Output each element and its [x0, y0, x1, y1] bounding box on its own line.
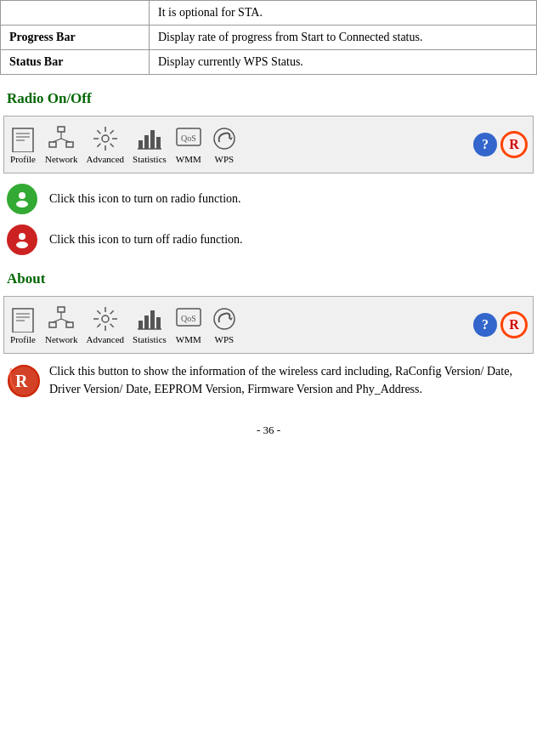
- progress-bar-desc: Display rate of progress from Start to C…: [150, 26, 537, 50]
- table-row: It is optional for STA.: [1, 1, 537, 26]
- svg-rect-36: [144, 315, 149, 329]
- help-icon-1[interactable]: ?: [473, 133, 497, 156]
- table-row: Status Bar Display currently WPS Status.: [1, 50, 537, 75]
- tab-wmm-label-1: WMM: [176, 154, 201, 164]
- table-cell-value: It is optional for STA.: [150, 1, 537, 26]
- toolbar-about: Profile Network Advanced Statistics: [3, 296, 534, 354]
- svg-rect-11: [138, 140, 143, 149]
- radio-on-icon[interactable]: R: [500, 131, 528, 158]
- tab-wps-2[interactable]: WPS: [211, 305, 238, 344]
- toolbar-radio: Profile Network Advanced Statistics: [3, 116, 534, 173]
- tab-wps-label-1: WPS: [215, 154, 235, 164]
- tab-network-label-1: Network: [45, 154, 78, 164]
- svg-rect-4: [58, 127, 65, 132]
- svg-text:R: R: [15, 372, 28, 390]
- table-cell-label: [1, 1, 150, 26]
- info-table: It is optional for STA. Progress Bar Dis…: [0, 0, 537, 75]
- wmm-icon-2: QoS: [175, 305, 202, 333]
- tab-wps-1[interactable]: WPS: [211, 125, 238, 164]
- tab-wmm-1[interactable]: QoS WMM: [175, 125, 202, 164]
- about-r-button-icon[interactable]: R: [7, 364, 41, 398]
- radio-off-circle[interactable]: [7, 225, 37, 255]
- about-content: R Click this button to show the informat…: [7, 362, 530, 398]
- svg-rect-30: [66, 322, 73, 327]
- svg-point-10: [102, 135, 109, 142]
- svg-rect-38: [156, 317, 161, 329]
- svg-rect-28: [58, 307, 65, 312]
- profile-icon-2: [9, 305, 37, 333]
- radio-on-row: Click this icon to turn on radio functio…: [7, 184, 530, 214]
- about-description: Click this button to show the informatio…: [49, 362, 530, 398]
- tab-network-1[interactable]: Network: [45, 125, 78, 164]
- toolbar-right-icons-1: ? R: [473, 131, 528, 158]
- svg-point-34: [102, 315, 109, 322]
- person-icon-green: [13, 190, 31, 208]
- wps-icon-1: [211, 125, 238, 152]
- tab-statistics-2[interactable]: Statistics: [133, 305, 167, 344]
- svg-point-22: [19, 233, 25, 240]
- tab-advanced-2[interactable]: Advanced: [87, 305, 125, 344]
- wps-icon-2: [211, 305, 238, 333]
- page-number: - 36 -: [0, 423, 537, 437]
- svg-rect-12: [144, 135, 149, 149]
- tab-network-2[interactable]: Network: [45, 305, 78, 344]
- tab-profile-label-2: Profile: [10, 334, 36, 344]
- svg-line-9: [61, 139, 70, 142]
- svg-text:QoS: QoS: [181, 134, 196, 143]
- tab-statistics-1[interactable]: Statistics: [133, 125, 167, 164]
- profile-icon-1: [9, 125, 37, 152]
- svg-rect-29: [49, 322, 56, 327]
- status-bar-desc: Display currently WPS Status.: [150, 50, 537, 75]
- tab-advanced-label-1: Advanced: [87, 154, 125, 164]
- statistics-icon-2: [136, 305, 163, 333]
- svg-rect-6: [66, 142, 73, 147]
- person-icon-red: [13, 230, 31, 249]
- tab-wmm-label-2: WMM: [176, 334, 201, 344]
- svg-point-23: [16, 242, 28, 248]
- about-r-icon[interactable]: R: [500, 311, 528, 338]
- tab-profile-2[interactable]: Profile: [9, 305, 37, 344]
- tab-advanced-label-2: Advanced: [87, 334, 125, 344]
- tab-wmm-2[interactable]: QoS WMM: [175, 305, 202, 344]
- svg-rect-35: [138, 321, 143, 329]
- advanced-icon-1: [92, 125, 119, 152]
- tab-statistics-label-2: Statistics: [133, 334, 167, 344]
- tab-wps-label-2: WPS: [215, 334, 235, 344]
- tab-profile-1[interactable]: Profile: [9, 125, 37, 164]
- tab-network-label-2: Network: [45, 334, 78, 344]
- svg-line-8: [53, 139, 61, 142]
- progress-bar-label: Progress Bar: [1, 26, 150, 50]
- svg-line-33: [61, 319, 70, 322]
- radio-on-text: Click this icon to turn on radio functio…: [49, 192, 241, 206]
- tab-profile-label-1: Profile: [10, 154, 36, 164]
- svg-rect-5: [49, 142, 56, 147]
- status-bar-label: Status Bar: [1, 50, 150, 75]
- tab-advanced-1[interactable]: Advanced: [87, 125, 125, 164]
- svg-line-32: [53, 319, 61, 322]
- about-heading: About: [7, 270, 530, 287]
- network-icon-1: [48, 125, 75, 152]
- svg-rect-14: [156, 137, 161, 149]
- radio-off-text: Click this icon to turn off radio functi…: [49, 233, 243, 247]
- tab-statistics-label-1: Statistics: [133, 154, 167, 164]
- network-icon-2: [48, 305, 75, 333]
- svg-text:QoS: QoS: [181, 314, 196, 323]
- svg-rect-37: [150, 310, 155, 329]
- svg-rect-13: [150, 130, 155, 149]
- table-row: Progress Bar Display rate of progress fr…: [1, 26, 537, 50]
- help-icon-2[interactable]: ?: [473, 313, 497, 337]
- radio-on-circle[interactable]: [7, 184, 37, 214]
- radio-off-row: Click this icon to turn off radio functi…: [7, 225, 530, 255]
- statistics-icon-1: [136, 125, 163, 152]
- wmm-icon-1: QoS: [175, 125, 202, 152]
- svg-point-20: [19, 192, 25, 199]
- radio-onoff-heading: Radio On/Off: [7, 90, 530, 107]
- svg-point-21: [16, 201, 28, 207]
- advanced-icon-2: [92, 305, 119, 333]
- toolbar-right-icons-2: ? R: [473, 311, 528, 338]
